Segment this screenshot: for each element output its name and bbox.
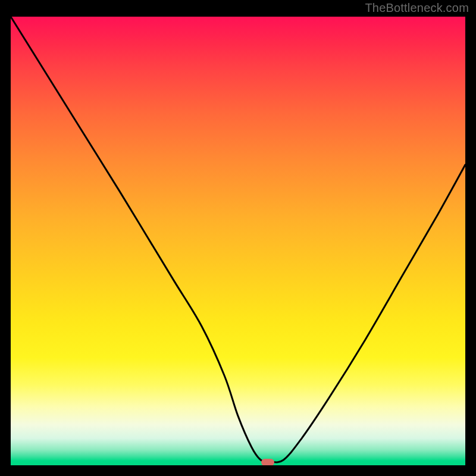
chart-frame: TheBottleneck.com [0, 0, 476, 476]
watermark-text: TheBottleneck.com [365, 1, 469, 15]
curve-path [11, 17, 465, 462]
plot-area [11, 17, 465, 465]
optimum-marker [261, 459, 274, 465]
bottleneck-curve [11, 17, 465, 465]
